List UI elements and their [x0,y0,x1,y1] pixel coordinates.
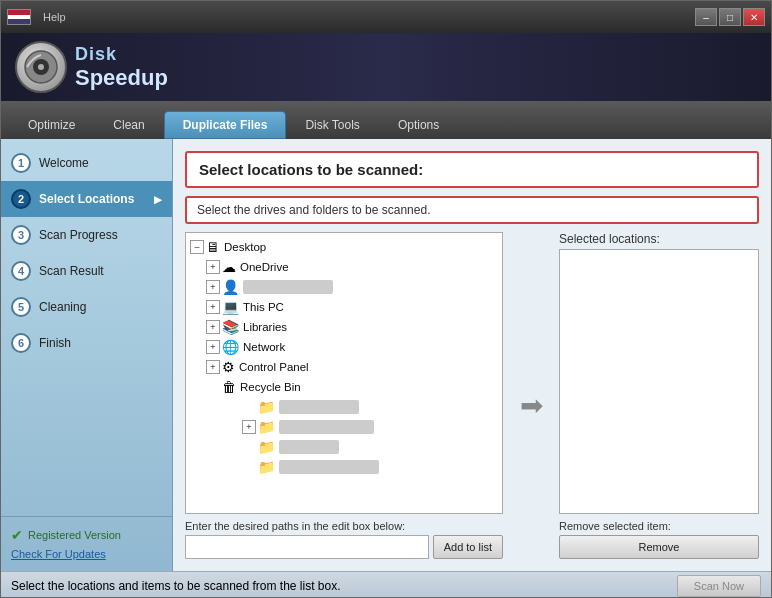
sidebar-label-cleaning: Cleaning [39,300,86,314]
folder-icon-2: 📁 [258,419,275,435]
tree-expander-network[interactable]: + [206,340,220,354]
tab-options[interactable]: Options [379,111,458,139]
app-logo-icon [15,41,67,93]
tree-label-controlpanel: Control Panel [239,361,309,373]
controlpanel-icon: ⚙ [222,359,235,375]
selected-locations-label: Selected locations: [559,232,759,246]
tree-box[interactable]: – 🖥 Desktop + ☁ OneDrive + 👤 [185,232,503,514]
sidebar-item-finish[interactable]: 6 Finish [1,325,172,361]
sidebar-num-6: 6 [11,333,31,353]
tab-clean[interactable]: Clean [94,111,163,139]
minimize-button[interactable]: – [695,8,717,26]
maximize-button[interactable]: □ [719,8,741,26]
tree-item-desktop[interactable]: – 🖥 Desktop [188,237,500,257]
tree-label-thispc: This PC [243,301,284,313]
thispc-icon: 💻 [222,299,239,315]
sidebar: 1 Welcome 2 Select Locations ▶ 3 Scan Pr… [1,139,173,571]
sidebar-item-select-locations[interactable]: 2 Select Locations ▶ [1,181,172,217]
scan-now-button[interactable]: Scan Now [677,575,761,597]
blurred-folder-4 [279,460,379,474]
tab-optimize[interactable]: Optimize [9,111,94,139]
tree-label-libraries: Libraries [243,321,287,333]
tree-item-user-blurred[interactable]: + 👤 [188,277,500,297]
tree-expander-blurred-2[interactable]: + [242,420,256,434]
folder-icon-1: 📁 [258,399,275,415]
sidebar-item-welcome[interactable]: 1 Welcome [1,145,172,181]
status-bar: Select the locations and items to be sca… [1,571,771,598]
check-circle-icon: ✔ [11,527,23,543]
tree-panel: – 🖥 Desktop + ☁ OneDrive + 👤 [185,232,503,559]
sidebar-item-scan-result[interactable]: 4 Scan Result [1,253,172,289]
sidebar-item-cleaning[interactable]: 5 Cleaning [1,289,172,325]
tree-item-recyclebin[interactable]: 🗑 Recycle Bin [188,377,500,397]
svg-point-2 [38,64,44,70]
nav-tabs: Optimize Clean Duplicate Files Disk Tool… [1,101,771,139]
blurred-folder-1 [279,400,359,414]
tree-item-blurred-4[interactable]: 📁 [206,457,500,477]
blurred-folder-3 [279,440,339,454]
sidebar-label-finish: Finish [39,336,71,350]
add-to-list-button[interactable]: Add to list [433,535,503,559]
close-button[interactable]: ✕ [743,8,765,26]
selected-panel: Selected locations: Remove selected item… [559,232,759,559]
path-input[interactable] [185,535,429,559]
sidebar-num-1: 1 [11,153,31,173]
flag-icon [7,9,31,25]
sidebar-label-scan-progress: Scan Progress [39,228,118,242]
content-area: Select locations to be scanned: Select t… [173,139,771,571]
tree-expander-desktop[interactable]: – [190,240,204,254]
path-input-row: Enter the desired paths in the edit box … [185,520,503,559]
sidebar-label-welcome: Welcome [39,156,89,170]
sidebar-num-2: 2 [11,189,31,209]
tree-item-libraries[interactable]: + 📚 Libraries [188,317,500,337]
tree-item-controlpanel[interactable]: + ⚙ Control Panel [188,357,500,377]
tree-item-blurred-2[interactable]: + 📁 [206,417,500,437]
tree-expander-user[interactable]: + [206,280,220,294]
arrow-col: ➡ [515,232,547,559]
network-icon: 🌐 [222,339,239,355]
logo-speedup: Speedup [75,65,168,91]
recyclebin-icon: 🗑 [222,379,236,395]
tab-duplicate-files[interactable]: Duplicate Files [164,111,287,139]
status-message: Select the locations and items to be sca… [11,579,341,593]
tree-label-network: Network [243,341,285,353]
chevron-right-icon: ▶ [154,194,162,205]
page-title-box: Select locations to be scanned: [185,151,759,188]
blurred-name [243,280,333,294]
sidebar-num-3: 3 [11,225,31,245]
tree-item-thispc[interactable]: + 💻 This PC [188,297,500,317]
remove-button[interactable]: Remove [559,535,759,559]
user-folder-icon: 👤 [222,279,239,295]
path-input-group: Add to list [185,535,503,559]
tab-disk-tools[interactable]: Disk Tools [286,111,378,139]
blurred-folder-2 [279,420,374,434]
path-label: Enter the desired paths in the edit box … [185,520,503,532]
window-controls: – □ ✕ [695,8,765,26]
tree-item-onedrive[interactable]: + ☁ OneDrive [188,257,500,277]
tree-expander-libraries[interactable]: + [206,320,220,334]
selected-locations-box[interactable] [559,249,759,514]
sidebar-num-5: 5 [11,297,31,317]
check-updates-link[interactable]: Check For Updates [11,548,106,560]
tree-label-desktop: Desktop [224,241,266,253]
tree-item-blurred-3[interactable]: 📁 [206,437,500,457]
remove-row: Remove selected item: Remove [559,520,759,559]
tree-expander-onedrive[interactable]: + [206,260,220,274]
instruction-text: Select the drives and folders to be scan… [197,203,430,217]
tree-item-network[interactable]: + 🌐 Network [188,337,500,357]
page-title: Select locations to be scanned: [199,161,745,178]
desktop-folder-icon: 🖥 [206,239,220,255]
tree-label-onedrive: OneDrive [240,261,289,273]
sidebar-label-select-locations: Select Locations [39,192,134,206]
sidebar-item-scan-progress[interactable]: 3 Scan Progress [1,217,172,253]
logo-text: Disk Speedup [75,44,168,91]
sidebar-num-4: 4 [11,261,31,281]
title-bar: Help – □ ✕ [1,1,771,33]
onedrive-icon: ☁ [222,259,236,275]
tree-expander-controlpanel[interactable]: + [206,360,220,374]
logo-disk: Disk [75,44,168,65]
registered-label: Registered Version [28,529,121,541]
tree-item-blurred-1[interactable]: 📁 [206,397,500,417]
title-bar-left: Help [7,9,66,25]
tree-expander-thispc[interactable]: + [206,300,220,314]
